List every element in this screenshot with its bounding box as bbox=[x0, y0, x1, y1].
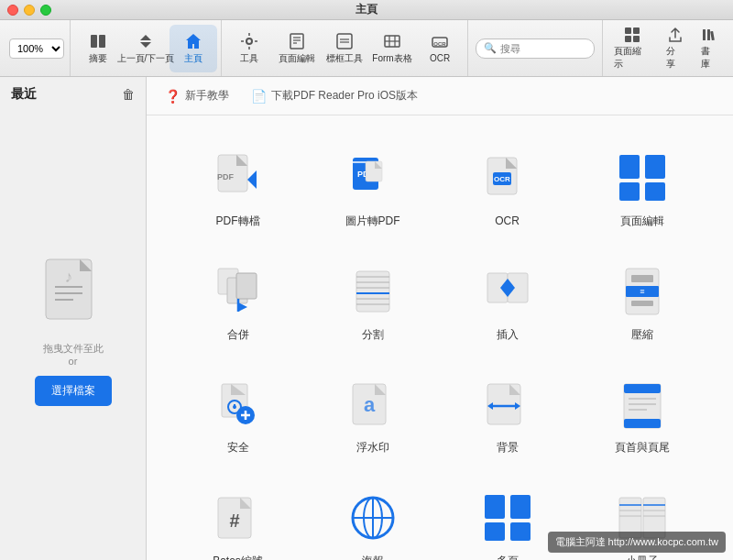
tool-ocr[interactable]: OCR OCR bbox=[443, 134, 571, 240]
toolbar-tools-group: 工具 頁面編輯 標框工具 Form表格 OCR OCR bbox=[222, 20, 468, 76]
svg-text:♪: ♪ bbox=[64, 268, 72, 286]
svg-rect-1 bbox=[99, 35, 105, 48]
zoom-select[interactable]: 100% 75% 125% bbox=[9, 38, 64, 59]
tool-security[interactable]: 安全 bbox=[174, 360, 301, 467]
compress-icon: ≡ bbox=[613, 262, 672, 321]
view-icon bbox=[89, 32, 107, 50]
toolbar-item-markup[interactable]: 標框工具 bbox=[321, 25, 368, 72]
svg-rect-18 bbox=[625, 27, 631, 34]
page-edit-label: 頁面編輯 bbox=[620, 214, 664, 229]
window-title: 主頁 bbox=[356, 2, 377, 17]
svg-rect-21 bbox=[633, 36, 640, 42]
download-icon: 📄 bbox=[251, 89, 267, 104]
security-icon bbox=[209, 375, 268, 434]
multipage-label: 多頁 bbox=[497, 555, 519, 560]
library-button[interactable]: 書庫 bbox=[694, 23, 727, 74]
prevnext-label: 上一頁/下一頁 bbox=[117, 52, 175, 65]
tool-watermark[interactable]: a 浮水印 bbox=[309, 360, 436, 467]
toolbar-item-ocr[interactable]: OCR OCR bbox=[416, 25, 464, 72]
multipage-icon bbox=[478, 489, 537, 547]
background-icon bbox=[478, 375, 537, 434]
tutorial-icon: ❓ bbox=[165, 89, 181, 104]
content-topbar: ❓ 新手教學 📄 下載PDF Reader Pro iOS版本 bbox=[147, 77, 733, 115]
toolbar-item-pageedit[interactable]: 頁面編輯 bbox=[273, 25, 321, 72]
search-icon: 🔍 bbox=[484, 42, 497, 54]
img-to-pdf-icon: PDF bbox=[344, 148, 402, 207]
svg-rect-49 bbox=[619, 182, 640, 201]
tool-compress[interactable]: ≡ 壓縮 bbox=[578, 247, 706, 354]
search-input[interactable] bbox=[500, 43, 583, 54]
prevnext-icon bbox=[137, 32, 155, 50]
poster-label: 海報 bbox=[362, 555, 384, 560]
svg-rect-50 bbox=[645, 182, 665, 201]
tool-split[interactable]: 分割 bbox=[309, 247, 436, 354]
traffic-lights bbox=[7, 5, 51, 16]
svg-text:#: # bbox=[229, 511, 239, 531]
tool-bates[interactable]: # Bates編號 bbox=[174, 474, 301, 560]
toolbar-item-view[interactable]: 摘要 bbox=[74, 25, 122, 72]
page-thumbnail-button[interactable]: 頁面縮示 bbox=[607, 23, 657, 74]
svg-rect-48 bbox=[645, 155, 665, 179]
right-tools: 頁面縮示 分享 書庫 bbox=[603, 20, 729, 76]
tools-grid: PDF PDF轉檔 PDF 圖片轉PDF bbox=[147, 115, 733, 560]
svg-rect-22 bbox=[703, 29, 706, 40]
svg-rect-70 bbox=[631, 301, 653, 306]
search-wrap: 🔍 bbox=[476, 38, 595, 59]
split-label: 分割 bbox=[362, 328, 384, 343]
toolbar-item-form[interactable]: Form表格 bbox=[368, 25, 416, 72]
close-button[interactable] bbox=[7, 5, 18, 16]
poster-icon bbox=[344, 489, 402, 547]
svg-rect-47 bbox=[619, 155, 640, 179]
svg-rect-101 bbox=[485, 495, 505, 519]
library-label: 書庫 bbox=[701, 45, 719, 71]
watermark-icon: a bbox=[344, 375, 402, 434]
tool-poster[interactable]: 海報 bbox=[309, 474, 436, 560]
home-icon bbox=[184, 32, 202, 50]
app-body: 最近 🗑 ♪ 拖曳文件至此 or bbox=[0, 77, 733, 560]
tool-header-footer[interactable]: 頁首與頁尾 bbox=[578, 360, 706, 467]
header-footer-icon bbox=[613, 375, 672, 434]
watermark-overlay: 電腦主阿達 http://www.kocpc.com.tw bbox=[548, 532, 726, 553]
toolbar-nav-group: 摘要 上一頁/下一頁 主頁 bbox=[71, 20, 222, 76]
sidebar-title: 最近 bbox=[11, 86, 37, 103]
tutorial-link[interactable]: ❓ 新手教學 bbox=[165, 88, 229, 104]
background-label: 背景 bbox=[497, 441, 519, 456]
minimize-button[interactable] bbox=[24, 5, 35, 16]
tutorial-text: 新手教學 bbox=[185, 88, 229, 104]
svg-marker-3 bbox=[140, 42, 151, 48]
main-content: ❓ 新手教學 📄 下載PDF Reader Pro iOS版本 PDF bbox=[147, 77, 733, 560]
tools-icon bbox=[240, 32, 258, 50]
svg-text:PDF: PDF bbox=[217, 172, 235, 181]
thumbnail-icon bbox=[624, 27, 640, 43]
home-label: 主頁 bbox=[184, 52, 202, 65]
form-icon bbox=[383, 32, 401, 50]
svg-rect-9 bbox=[337, 34, 352, 49]
search-area: 🔍 bbox=[468, 20, 603, 76]
toolbar-item-home[interactable]: 主頁 bbox=[170, 25, 217, 72]
maximize-button[interactable] bbox=[40, 5, 51, 16]
toolbar-item-tools[interactable]: 工具 bbox=[225, 25, 273, 72]
sidebar-empty-state: ♪ 拖曳文件至此 or 選擇檔案 bbox=[0, 110, 146, 551]
svg-text:OCR: OCR bbox=[433, 41, 446, 47]
tool-merge[interactable]: 合併 bbox=[174, 247, 301, 354]
svg-rect-102 bbox=[510, 495, 531, 519]
svg-text:OCR: OCR bbox=[494, 175, 510, 183]
svg-marker-2 bbox=[140, 35, 151, 40]
tool-page-edit[interactable]: 頁面編輯 bbox=[578, 134, 706, 240]
svg-point-76 bbox=[233, 405, 236, 409]
trash-icon[interactable]: 🗑 bbox=[122, 87, 135, 102]
tool-background[interactable]: 背景 bbox=[443, 360, 571, 467]
compress-label: 壓縮 bbox=[631, 328, 653, 343]
tool-insert[interactable]: 插入 bbox=[443, 247, 571, 354]
share-button[interactable]: 分享 bbox=[659, 23, 692, 74]
markup-icon bbox=[335, 32, 354, 50]
download-link[interactable]: 📄 下載PDF Reader Pro iOS版本 bbox=[251, 88, 418, 104]
watermark-text: 電腦主阿達 http://www.kocpc.com.tw bbox=[555, 536, 718, 547]
tool-img-to-pdf[interactable]: PDF 圖片轉PDF bbox=[309, 134, 436, 240]
toolbar-item-prevnext[interactable]: 上一頁/下一頁 bbox=[122, 25, 170, 72]
drag-text-or: or bbox=[43, 356, 104, 367]
svg-rect-56 bbox=[356, 271, 389, 312]
tool-pdf-convert[interactable]: PDF PDF轉檔 bbox=[174, 134, 301, 240]
view-label: 摘要 bbox=[89, 52, 107, 65]
select-file-button[interactable]: 選擇檔案 bbox=[35, 376, 112, 406]
